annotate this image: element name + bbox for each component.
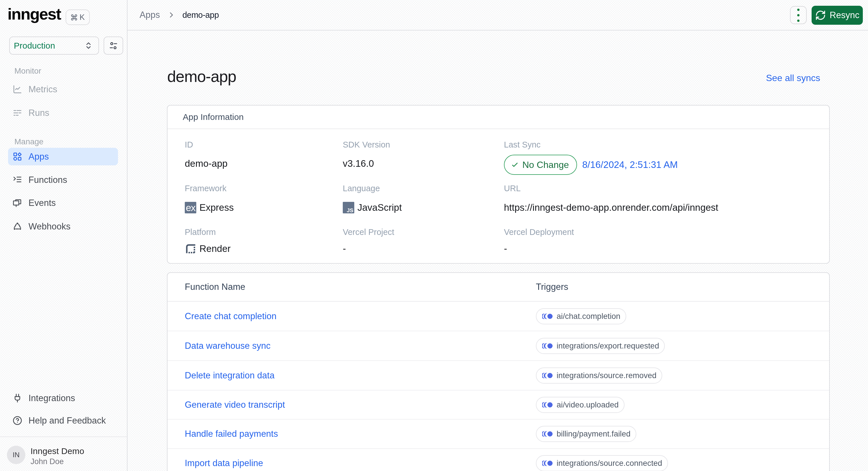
svg-text:JS: JS [347,207,353,213]
svg-text:ex: ex [186,202,196,213]
